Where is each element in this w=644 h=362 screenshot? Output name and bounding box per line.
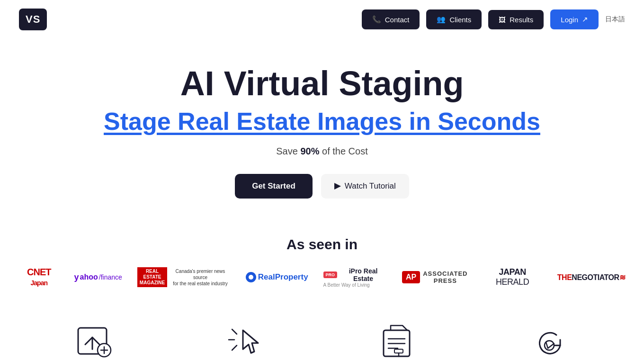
hero-section: AI Virtual Staging Stage Real Estate Ima… (0, 39, 644, 217)
logo-real-property: RealProperty (246, 267, 308, 288)
features-section (0, 297, 644, 362)
svg-point-0 (249, 275, 253, 280)
clients-icon: 👥 (437, 15, 446, 24)
logo-real-estate-magazine: REALESTATEMAGAZINE Canada's premier news… (137, 267, 231, 288)
feature-upload (19, 316, 170, 362)
refresh-icon (528, 321, 571, 362)
submit-icon (376, 321, 419, 362)
hero-saving: Save 90% of the Cost (19, 146, 625, 157)
results-button[interactable]: 🖼 Results (488, 10, 544, 29)
as-seen-title: As seen in (19, 236, 625, 253)
logo[interactable]: VS (19, 9, 47, 30)
play-icon (334, 183, 341, 190)
clients-button[interactable]: 👥 Clients (426, 9, 482, 29)
feature-click (170, 316, 322, 362)
image-icon: 🖼 (499, 16, 506, 24)
logo-associated-press: AP ASSOCIATED PRESS (402, 267, 468, 288)
feature-refresh (474, 316, 625, 362)
logo-yahoo-finance: y ahoo /finance (74, 267, 122, 288)
logo-japan-herald: JAPAN HERALD (483, 267, 542, 288)
logo-ipro: PRO iPro Real Estate A Better Way of Liv… (323, 267, 387, 288)
login-icon: ↗ (582, 15, 588, 24)
nav-links: 📞 Contact 👥 Clients 🖼 Results Login ↗ 日本… (362, 9, 625, 29)
hero-title: AI Virtual Staging (19, 65, 625, 102)
phone-icon: 📞 (372, 15, 381, 24)
svg-line-6 (232, 329, 237, 334)
tap-icon (225, 321, 268, 362)
logo-cnet: CNET Japan (19, 267, 59, 288)
navbar: VS 📞 Contact 👥 Clients 🖼 Results Login ↗… (0, 0, 644, 39)
hero-cta: Get Started Watch Tutorial (19, 174, 625, 199)
language-switcher[interactable]: 日本語 (605, 15, 625, 24)
feature-submit (322, 316, 474, 362)
saving-percent: 90% (300, 146, 319, 156)
get-started-button[interactable]: Get Started (235, 174, 313, 199)
upload-photo-icon (73, 321, 116, 362)
login-button[interactable]: Login ↗ (550, 9, 599, 29)
svg-line-8 (232, 345, 237, 350)
watch-tutorial-button[interactable]: Watch Tutorial (321, 174, 409, 199)
logos-row: CNET Japan y ahoo /finance REALESTATEMAG… (19, 267, 625, 288)
contact-button[interactable]: 📞 Contact (362, 9, 420, 29)
hero-subtitle: Stage Real Estate Images in Seconds (19, 107, 625, 136)
logo-the-negotiator: THENEGOTIATOR≋ (557, 267, 625, 288)
as-seen-in-section: As seen in CNET Japan y ahoo /finance RE… (0, 217, 644, 297)
